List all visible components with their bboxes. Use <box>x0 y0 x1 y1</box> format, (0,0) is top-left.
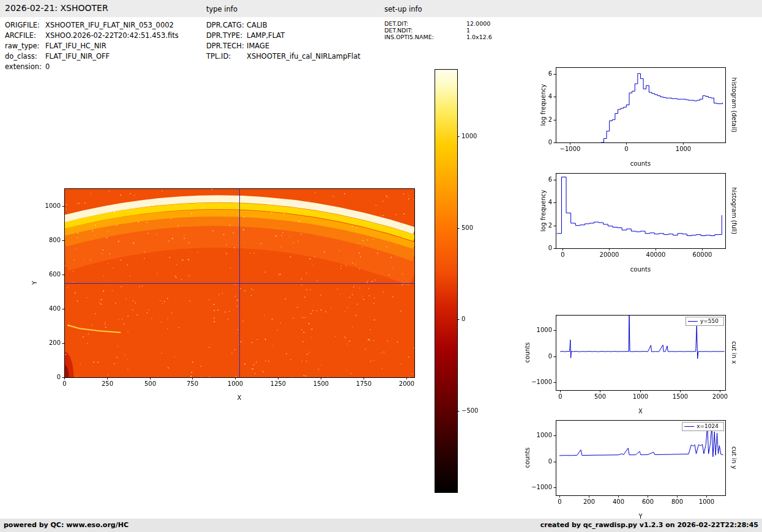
detector-image-plot <box>24 174 428 410</box>
info-value: IMAGE <box>247 42 269 50</box>
info-row: extension:0 <box>5 62 179 72</box>
info-value: 12.0000 <box>466 20 490 27</box>
info-value: 1.0x12.6 <box>466 34 492 40</box>
cut-in-y-plot <box>520 411 762 524</box>
cut-in-x-plot <box>520 306 762 419</box>
info-key: DPR.CATG: <box>206 20 247 31</box>
info-row: ORIGFILE:XSHOOTER_IFU_FLAT_NIR_053_0002 <box>5 20 179 31</box>
info-row: DPR.TYPE:LAMP,FLAT <box>206 31 360 41</box>
info-row: raw_type:FLAT_IFU_HC_NIR <box>5 41 179 51</box>
info-value: FLAT_IFU_HC_NIR <box>45 42 106 50</box>
info-value: XSHOO.2026-02-22T20:42:51.453.fits <box>45 31 179 40</box>
info-row: DET.NDIT:1 <box>384 27 492 34</box>
info-key: ARCFILE: <box>5 31 45 41</box>
file-info-block: ORIGFILE:XSHOOTER_IFU_FLAT_NIR_053_0002 … <box>5 20 179 72</box>
info-row: do_class:FLAT_IFU_NIR_OFF <box>5 51 179 62</box>
created-by-text: created by qc_rawdisp.py v1.2.3 on 2026-… <box>540 521 758 529</box>
colorbar <box>427 63 495 500</box>
footer-bar: powered by QC: www.eso.org/HC created by… <box>0 519 762 532</box>
info-value: CALIB <box>247 21 267 29</box>
info-row: DET.DIT:12.0000 <box>384 20 492 27</box>
info-row: INS.OPTI5.NAME:1.0x12.6 <box>384 34 492 40</box>
info-value: 0 <box>45 62 50 71</box>
page-title: 2026-02-21: XSHOOTER <box>5 3 108 13</box>
info-key: TPL.ID: <box>206 51 247 62</box>
info-key: raw_type: <box>5 41 45 51</box>
info-row: DPR.CATG:CALIB <box>206 20 360 31</box>
info-row: TPL.ID:XSHOOTER_ifu_cal_NIRLampFlat <box>206 51 360 62</box>
header-bar: 2026-02-21: XSHOOTER type info set-up in… <box>0 0 762 17</box>
info-value: XSHOOTER_ifu_cal_NIRLampFlat <box>247 52 360 61</box>
setup-info-block: DET.DIT:12.0000 DET.NDIT:1 INS.OPTI5.NAM… <box>384 20 492 40</box>
info-key: DPR.TECH: <box>206 41 247 51</box>
info-key: DPR.TYPE: <box>206 31 247 41</box>
info-value: FLAT_IFU_NIR_OFF <box>45 52 110 61</box>
type-info-section-label: type info <box>206 5 237 13</box>
info-value: LAMP,FLAT <box>247 31 285 40</box>
type-info-block: DPR.CATG:CALIB DPR.TYPE:LAMP,FLAT DPR.TE… <box>206 20 360 62</box>
info-key: extension: <box>5 62 45 72</box>
info-value: XSHOOTER_IFU_FLAT_NIR_053_0002 <box>45 21 174 29</box>
info-row: DPR.TECH:IMAGE <box>206 41 360 51</box>
info-key: ORIGFILE: <box>5 20 45 31</box>
setup-info-section-label: set-up info <box>384 5 422 13</box>
info-value: 1 <box>466 27 470 34</box>
powered-by-text: powered by QC: www.eso.org/HC <box>4 521 129 529</box>
histogram-full-plot <box>520 164 762 277</box>
histogram-detail-plot <box>520 58 762 171</box>
info-row: ARCFILE:XSHOO.2026-02-22T20:42:51.453.fi… <box>5 31 179 41</box>
info-key: INS.OPTI5.NAME: <box>384 34 466 40</box>
info-key: DET.DIT: <box>384 20 466 27</box>
info-key: DET.NDIT: <box>384 27 466 34</box>
info-key: do_class: <box>5 51 45 62</box>
